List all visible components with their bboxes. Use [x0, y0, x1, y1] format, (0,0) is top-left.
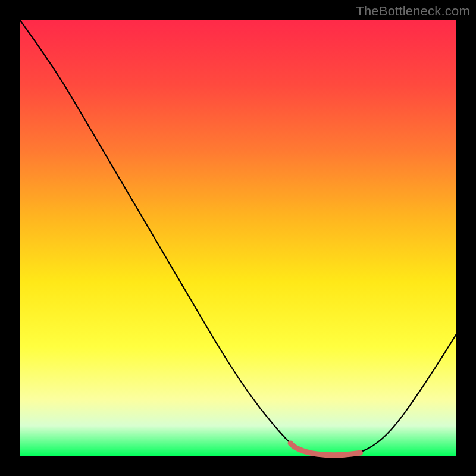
bottleneck-curve [20, 20, 456, 456]
curve-path [20, 20, 456, 455]
chart-plot-area [20, 20, 456, 456]
watermark-text: TheBottleneck.com [356, 4, 470, 19]
curve-highlight [290, 443, 360, 455]
